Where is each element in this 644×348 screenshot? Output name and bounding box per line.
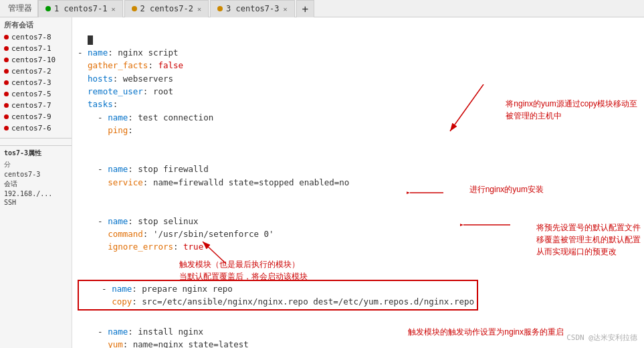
svg-line-5 [203, 242, 226, 264]
prop-title: tos7-3属性 [3, 147, 69, 159]
tab-add[interactable]: + [296, 0, 315, 17]
arrow-1 [443, 84, 550, 138]
watermark: CSDN @达米安利拉德 [566, 333, 637, 343]
sidebar-item-centos7-3[interactable]: centos7-3 [0, 77, 72, 88]
tab-3-label: 3 centos7-3 [226, 4, 279, 13]
status-dot [4, 69, 9, 74]
prop-host: centos7-3 [4, 171, 40, 178]
code-highlight-1: - name: prepare nginx repo copy: src=/et… [82, 282, 474, 309]
sidebar-item-centos7-8[interactable]: centos7-8 [0, 31, 72, 43]
status-dot [4, 126, 9, 130]
tab-dot-1 [45, 6, 51, 11]
arrow-2 [407, 186, 447, 199]
status-dot [4, 46, 9, 51]
tab-manager[interactable]: 管理器 [3, 0, 38, 17]
tab-1-label: 1 centos7-1 [54, 4, 107, 13]
annotation-yum-install: 进行nginx的yum安装 [469, 183, 544, 195]
status-dot [4, 114, 9, 119]
tab-1[interactable]: 1 centos7-1 ✕ [38, 0, 123, 17]
annotation-restart: 触发模块的触发动作设置为nginx服务的重启 [408, 326, 564, 338]
status-dot [4, 58, 9, 62]
sidebar-item-centos7-6[interactable]: centos7-6 [0, 122, 72, 134]
tab-3-close[interactable]: ✕ [284, 5, 288, 13]
tab-3[interactable]: 3 centos7-3 ✕ [210, 0, 295, 17]
tab-dot-2 [132, 6, 137, 11]
arrow-3 [199, 238, 239, 265]
annotation-default-conf: 将预先设置号的默认配置文件移覆盖被管理主机的默认配置从而实现端口的预更改 [536, 222, 641, 258]
svg-line-1 [450, 84, 484, 131]
sidebar-item-centos7-2[interactable]: centos7-2 [0, 66, 72, 77]
sidebar-item-centos7-9[interactable]: centos7-9 [0, 111, 72, 122]
status-dot [4, 35, 9, 39]
status-dot [4, 80, 9, 85]
prop-sessions-label: 会话 [4, 179, 17, 189]
properties-section: tos7-3属性 分 centos7-3 会话 192.168./... SSH [0, 145, 72, 208]
status-dot [4, 103, 9, 108]
tab-2-close[interactable]: ✕ [197, 5, 201, 13]
arrow-4 [460, 215, 514, 235]
prop-ip: 192.168./... [4, 190, 52, 197]
sidebar-item-centos7-5[interactable]: centos7-5 [0, 88, 72, 100]
sidebar-item-centos7-1[interactable]: centos7-1 [0, 43, 72, 54]
sidebar-item-centos7-10[interactable]: centos7-10 [0, 54, 72, 66]
tab-1-close[interactable]: ✕ [111, 5, 115, 13]
sidebar-all-sessions: 所有会话 [0, 17, 72, 31]
annotation-trigger: 触发模块（也是最后执行的模块）当默认配置覆盖后，将会启动该模块 [179, 258, 308, 282]
sidebar-item-centos7-7[interactable]: centos7-7 [0, 100, 72, 111]
tab-2-label: 2 centos7-2 [140, 4, 193, 13]
tab-dot-3 [217, 6, 223, 11]
tab-2[interactable]: 2 centos7-2 ✕ [124, 0, 209, 17]
code-area[interactable]: - name: nginx script gather_facts: false… [72, 17, 644, 348]
prop-ssh: SSH [4, 199, 16, 206]
sidebar: 所有会话 centos7-8 centos7-1 centos7-10 cent… [0, 17, 72, 348]
status-dot [4, 92, 9, 96]
